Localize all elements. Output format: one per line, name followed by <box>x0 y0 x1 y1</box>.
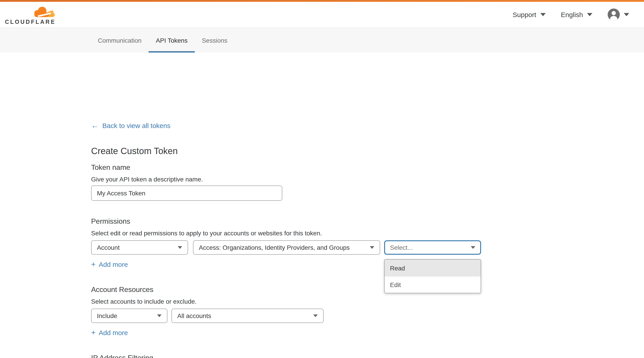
resources-accounts-value: All accounts <box>177 312 211 319</box>
chevron-down-icon <box>624 13 629 16</box>
left-arrow-icon: ← <box>91 122 99 129</box>
tab-label: API Tokens <box>156 37 188 44</box>
resources-mode-select[interactable]: Include <box>91 308 168 323</box>
tab-communication[interactable]: Communication <box>91 28 149 53</box>
chevron-down-icon <box>157 314 162 317</box>
token-name-description: Give your API token a descriptive name. <box>91 176 203 183</box>
app-header: CLOUDFLARE Support English <box>0 2 644 28</box>
main-content: ← Back to view all tokens Create Custom … <box>0 53 644 358</box>
chevron-down-icon <box>471 246 475 249</box>
profile-tabs: Communication API Tokens Sessions <box>0 28 644 53</box>
cloudflare-logo[interactable]: CLOUDFLARE <box>5 6 56 25</box>
chevron-down-icon <box>313 314 318 317</box>
language-menu[interactable]: English <box>561 11 592 19</box>
language-menu-label: English <box>561 11 583 19</box>
add-more-label: Add more <box>99 329 128 336</box>
permission-access-value: Select... <box>390 244 413 251</box>
chevron-down-icon <box>370 246 374 249</box>
chevron-down-icon <box>587 13 592 16</box>
chevron-down-icon <box>178 246 182 249</box>
account-menu[interactable] <box>608 9 629 21</box>
plus-icon: + <box>91 261 96 268</box>
support-menu-label: Support <box>513 11 536 19</box>
permissions-add-more-link[interactable]: + Add more <box>91 260 128 268</box>
cloudflare-cloud-icon <box>32 6 56 19</box>
page-title: Create Custom Token <box>91 146 178 156</box>
back-to-tokens-link[interactable]: ← Back to view all tokens <box>91 122 170 129</box>
permissions-heading: Permissions <box>91 217 130 225</box>
token-name-heading: Token name <box>91 164 130 172</box>
page: CLOUDFLARE Support English <box>0 0 644 358</box>
permissions-description: Select edit or read permissions to apply… <box>91 229 322 237</box>
back-link-label: Back to view all tokens <box>102 122 170 129</box>
access-options-menu: Read Edit <box>384 259 481 293</box>
brand-accent-bar <box>0 0 644 2</box>
tab-label: Sessions <box>202 37 228 44</box>
ip-filtering-heading: IP Address Filtering <box>91 354 153 358</box>
user-avatar-icon <box>608 9 620 21</box>
plus-icon: + <box>91 329 96 336</box>
permission-group-select[interactable]: Access: Organizations, Identity Provider… <box>193 240 380 255</box>
resources-mode-value: Include <box>97 312 117 319</box>
resources-accounts-select[interactable]: All accounts <box>172 308 324 323</box>
account-resources-description: Select accounts to include or exclude. <box>91 298 196 305</box>
add-more-label: Add more <box>99 260 128 268</box>
cloudflare-wordmark: CLOUDFLARE <box>5 19 56 25</box>
support-menu[interactable]: Support <box>513 11 546 19</box>
tab-api-tokens[interactable]: API Tokens <box>149 28 195 53</box>
permission-scope-value: Account <box>97 244 120 251</box>
header-actions: Support English <box>513 2 630 28</box>
menu-option-read[interactable]: Read <box>384 260 481 276</box>
menu-option-edit[interactable]: Edit <box>384 276 481 293</box>
permission-access-select[interactable]: Select... <box>384 240 481 255</box>
tab-sessions[interactable]: Sessions <box>195 28 235 53</box>
account-resources-heading: Account Resources <box>91 286 153 294</box>
permission-scope-select[interactable]: Account <box>91 240 188 255</box>
chevron-down-icon <box>540 13 546 16</box>
resources-add-more-link[interactable]: + Add more <box>91 329 128 336</box>
tab-label: Communication <box>98 37 142 44</box>
token-name-input[interactable] <box>91 186 282 201</box>
permission-group-value: Access: Organizations, Identity Provider… <box>199 244 350 251</box>
